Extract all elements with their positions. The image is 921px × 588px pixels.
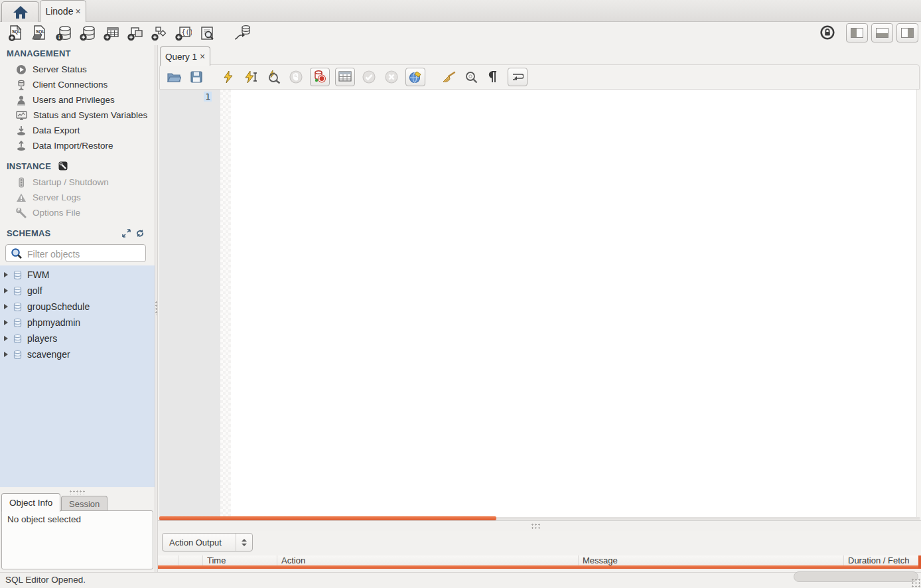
reconnect-dbms-button[interactable]: [230, 23, 253, 44]
stop-button[interactable]: [287, 68, 305, 86]
output-hscroll-thumb[interactable]: [158, 565, 918, 569]
commit-icon: [362, 70, 376, 84]
expander-icon[interactable]: [4, 272, 8, 277]
schema-filter: [5, 244, 146, 262]
connection-tab-close-icon[interactable]: ×: [75, 7, 80, 16]
output-col-status[interactable]: [158, 555, 178, 565]
open-sql-script-button[interactable]: SQL: [28, 23, 52, 44]
output-col-index[interactable]: [178, 555, 203, 565]
expander-icon[interactable]: [4, 304, 8, 309]
sidebar-splitter[interactable]: [155, 45, 158, 572]
save-button[interactable]: [188, 68, 205, 86]
beautify-broom-icon: [441, 71, 456, 83]
object-info-panel: No object selected: [1, 510, 153, 569]
limit-rows-button[interactable]: [335, 68, 355, 86]
refresh-schemas-button[interactable]: [135, 229, 145, 238]
output-col-action[interactable]: Action: [277, 555, 579, 565]
sidebar-item-label: Server Logs: [33, 192, 81, 202]
output-view-selector[interactable]: Action Output: [162, 533, 253, 551]
sql-editor-canvas[interactable]: [231, 90, 921, 517]
toolbar-right-controls: [817, 23, 918, 42]
create-schema-button[interactable]: [76, 23, 100, 44]
lock-button[interactable]: [817, 23, 837, 42]
open-file-button[interactable]: [165, 68, 182, 86]
query-tab-close-icon[interactable]: ×: [200, 52, 205, 61]
create-view-button[interactable]: [123, 23, 147, 44]
output-splitter[interactable]: [158, 520, 921, 531]
schema-row-players[interactable]: players: [0, 331, 155, 346]
connection-tab[interactable]: Linode ×: [40, 0, 86, 22]
spinner-arrows-icon[interactable]: [236, 534, 252, 551]
create-table-button[interactable]: [100, 23, 123, 44]
server-status-icon: [16, 64, 27, 75]
schema-row-groupschedule[interactable]: groupSchedule: [0, 299, 155, 315]
sidebar-item-system-variables[interactable]: Status and System Variables: [0, 108, 155, 123]
splitter-grip[interactable]: [155, 301, 158, 315]
output-panel: Action Output Time Action Message Durati…: [158, 531, 921, 572]
editor-vertical-scrollbar[interactable]: [916, 90, 921, 517]
expander-icon[interactable]: [4, 336, 8, 341]
bottom-scrollbar-thumb[interactable]: [794, 571, 918, 582]
schema-row-scavenger[interactable]: scavenger: [0, 346, 155, 362]
toggle-left-panel-button[interactable]: [846, 23, 868, 42]
toggle-right-panel-button[interactable]: [896, 23, 918, 42]
schema-filter-input[interactable]: [26, 246, 145, 262]
sidebar-item-label: Data Import/Restore: [33, 141, 113, 151]
tab-query-1[interactable]: Query 1 ×: [160, 46, 210, 66]
stop-icon: [289, 70, 303, 84]
search-table-data-button[interactable]: [195, 23, 219, 44]
sidebar-item-server-status[interactable]: Server Status: [0, 62, 155, 77]
create-function-button[interactable]: {(): [171, 23, 195, 44]
toggle-stop-on-error-button[interactable]: [310, 68, 330, 86]
tab-object-info[interactable]: Object Info: [1, 493, 60, 512]
find-icon: [465, 71, 478, 84]
toggle-autocommit-button[interactable]: [405, 68, 425, 86]
toggle-bottom-panel-button[interactable]: [871, 23, 893, 42]
expander-icon[interactable]: [4, 352, 8, 357]
schema-row-golf[interactable]: golf: [0, 283, 155, 299]
expander-icon[interactable]: [4, 320, 8, 325]
sidebar-item-client-connections[interactable]: Client Connections: [0, 77, 155, 92]
schema-row-phpmyadmin[interactable]: phpmyadmin: [0, 315, 155, 331]
show-invisibles-button[interactable]: [485, 68, 502, 86]
rollback-button[interactable]: [383, 68, 400, 86]
output-col-duration[interactable]: Duration / Fetch: [844, 555, 918, 565]
sidebar-item-data-export[interactable]: Data Export: [0, 123, 155, 138]
expand-schemas-button[interactable]: [122, 229, 131, 238]
schema-inspector-button[interactable]: i: [52, 23, 76, 44]
open-file-icon: [167, 72, 181, 83]
execute-button[interactable]: [220, 68, 237, 86]
sidebar-splitter-grip[interactable]: [69, 490, 86, 494]
tab-session[interactable]: Session: [61, 496, 107, 512]
object-info-message: No object selected: [2, 511, 153, 528]
line-number: 1: [159, 92, 220, 102]
limit-rows-icon: [338, 71, 352, 83]
execute-current-statement-icon: [244, 70, 257, 84]
sidebar-item-startup-shutdown[interactable]: Startup / Shutdown: [0, 175, 155, 190]
output-col-message[interactable]: Message: [579, 555, 844, 565]
beautify-button[interactable]: [440, 68, 457, 86]
sidebar-item-options-file[interactable]: Options File: [0, 205, 155, 220]
save-icon: [190, 71, 202, 83]
svg-text:SQL: SQL: [12, 29, 21, 35]
commit-button[interactable]: [360, 68, 378, 86]
sql-editor-toolbar: [159, 64, 920, 90]
new-sql-tab-button[interactable]: SQL: [4, 23, 28, 44]
schema-row-fwm[interactable]: FWM: [0, 267, 155, 283]
sidebar-item-users-privileges[interactable]: Users and Privileges: [0, 92, 155, 108]
wrap-text-button[interactable]: [508, 68, 528, 86]
home-tab[interactable]: [1, 1, 39, 22]
output-col-time[interactable]: Time: [203, 555, 277, 565]
execute-current-statement-button[interactable]: [242, 68, 259, 86]
explain-button[interactable]: [265, 68, 282, 86]
sidebar-item-data-import[interactable]: Data Import/Restore: [0, 138, 155, 153]
window-resize-grip[interactable]: [911, 578, 920, 587]
create-procedure-button[interactable]: [147, 23, 171, 44]
output-splitter-grip[interactable]: [531, 523, 540, 530]
server-logs-icon: [16, 192, 27, 203]
find-button[interactable]: [462, 68, 480, 86]
output-vscroll-thumb[interactable]: [918, 555, 921, 569]
schema-icon: [13, 318, 23, 328]
expander-icon[interactable]: [4, 288, 8, 293]
sidebar-item-server-logs[interactable]: Server Logs: [0, 190, 155, 205]
